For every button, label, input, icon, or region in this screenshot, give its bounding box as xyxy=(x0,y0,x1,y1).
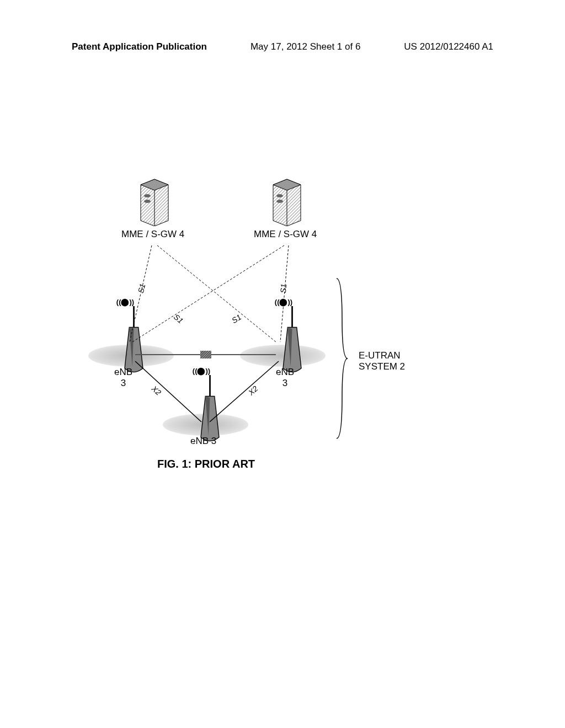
svg-rect-12 xyxy=(200,351,211,358)
header-center: May 17, 2012 Sheet 1 of 6 xyxy=(250,41,360,52)
svg-rect-10 xyxy=(200,351,211,358)
header-left: Patent Application Publication xyxy=(72,41,207,52)
antenna-right xyxy=(277,306,307,361)
server-left-label: MME / S-GW 4 xyxy=(121,229,184,240)
x2-label-1: X2 xyxy=(150,384,163,397)
server-left xyxy=(138,176,171,226)
page-header: Patent Application Publication May 17, 2… xyxy=(0,41,565,52)
s1-label-3: S1 xyxy=(230,313,243,325)
s1-label-1: S1 xyxy=(136,283,147,295)
antenna-center-label: eNB 3 xyxy=(190,436,216,447)
svg-text:((⬤)): ((⬤)) xyxy=(193,367,210,376)
svg-text:((⬤)): ((⬤)) xyxy=(275,298,292,307)
figure-caption: FIG. 1: PRIOR ART xyxy=(157,458,255,470)
svg-point-2 xyxy=(144,200,151,203)
svg-text:((⬤)): ((⬤)) xyxy=(116,298,134,307)
svg-line-7 xyxy=(132,245,284,342)
antenna-left xyxy=(119,306,149,361)
header-right: US 2012/0122460 A1 xyxy=(404,41,493,52)
svg-point-1 xyxy=(144,194,151,197)
server-right-label: MME / S-GW 4 xyxy=(254,229,317,240)
antenna-left-label: eNB 3 xyxy=(114,367,132,389)
svg-point-3 xyxy=(276,194,283,197)
figure-1: MME / S-GW 4 MME / S-GW 4 S1 S1 S1 S1 xyxy=(72,176,458,496)
s1-label-4: S1 xyxy=(279,283,288,293)
antenna-right-label: eNB 3 xyxy=(276,367,294,389)
svg-point-4 xyxy=(276,200,283,203)
s1-label-2: S1 xyxy=(172,312,185,325)
x2-label-2: X2 xyxy=(247,384,259,397)
system-label: E-UTRAN SYSTEM 2 xyxy=(359,350,405,373)
system-brace xyxy=(334,276,350,443)
server-right xyxy=(270,176,303,226)
antenna-center xyxy=(195,375,225,430)
svg-line-6 xyxy=(157,245,276,342)
